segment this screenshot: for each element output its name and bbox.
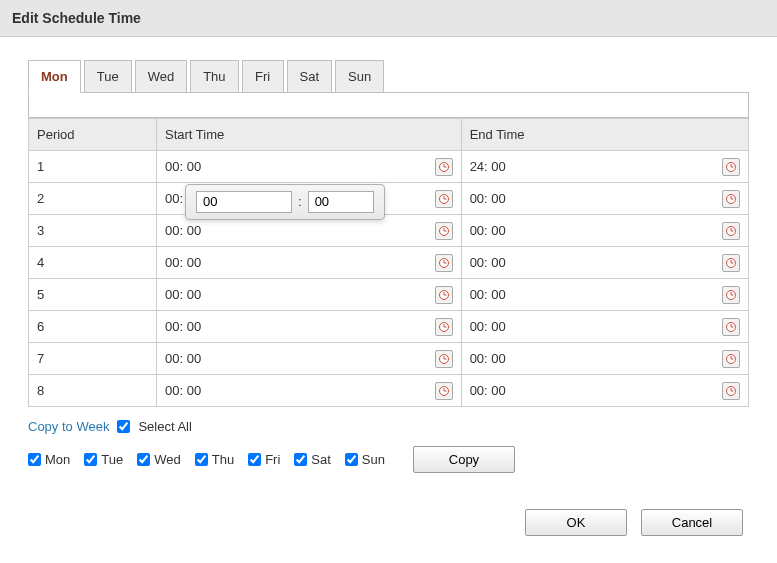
time-hour-input[interactable]	[196, 191, 292, 213]
day-checkbox-sat[interactable]: Sat	[294, 452, 331, 467]
table-row: 500: 0000: 00	[29, 279, 749, 311]
day-checkbox-label: Mon	[45, 452, 70, 467]
start-time-value: 00: 00	[165, 287, 201, 302]
end-time-cell: 00: 00	[461, 183, 748, 215]
day-checkbox-sun[interactable]: Sun	[345, 452, 385, 467]
day-checkbox-tue[interactable]: Tue	[84, 452, 123, 467]
end-time-cell: 00: 00	[461, 375, 748, 407]
end-time-value: 00: 00	[470, 383, 506, 398]
copy-button[interactable]: Copy	[413, 446, 515, 473]
table-header-row: Period Start Time End Time	[29, 119, 749, 151]
clock-icon[interactable]	[722, 382, 740, 400]
header-end-time: End Time	[461, 119, 748, 151]
day-checkbox-input[interactable]	[345, 453, 358, 466]
day-checkbox-input[interactable]	[28, 453, 41, 466]
period-cell: 1	[29, 151, 157, 183]
tab-mon[interactable]: Mon	[28, 60, 81, 93]
period-cell: 5	[29, 279, 157, 311]
start-time-cell: 00: 00:	[157, 183, 462, 215]
clock-icon[interactable]	[435, 286, 453, 304]
cancel-button[interactable]: Cancel	[641, 509, 743, 536]
dialog-title: Edit Schedule Time	[0, 0, 777, 37]
period-cell: 3	[29, 215, 157, 247]
ok-button[interactable]: OK	[525, 509, 627, 536]
day-checkbox-input[interactable]	[137, 453, 150, 466]
select-all-label: Select All	[138, 419, 191, 434]
day-checkbox-input[interactable]	[195, 453, 208, 466]
clock-icon[interactable]	[435, 190, 453, 208]
start-time-cell: 00: 00	[157, 247, 462, 279]
period-cell: 4	[29, 247, 157, 279]
end-time-cell: 00: 00	[461, 215, 748, 247]
table-row: 200: 00:00: 00	[29, 183, 749, 215]
day-checkbox-label: Fri	[265, 452, 280, 467]
day-checkbox-label: Tue	[101, 452, 123, 467]
day-checkbox-mon[interactable]: Mon	[28, 452, 70, 467]
copy-to-week-link[interactable]: Copy to Week	[28, 419, 109, 434]
clock-icon[interactable]	[722, 350, 740, 368]
end-time-value: 00: 00	[470, 191, 506, 206]
start-time-cell: 00: 00	[157, 343, 462, 375]
day-checkbox-row: MonTueWedThuFriSatSunCopy	[28, 446, 749, 473]
end-time-cell: 00: 00	[461, 343, 748, 375]
start-time-cell: 00: 00	[157, 279, 462, 311]
time-picker-popup: :	[185, 184, 385, 220]
day-checkbox-thu[interactable]: Thu	[195, 452, 234, 467]
header-period: Period	[29, 119, 157, 151]
dialog-body: MonTueWedThuFriSatSun Period Start Time …	[0, 37, 777, 546]
tab-sat[interactable]: Sat	[287, 60, 333, 93]
start-time-value: 00: 00	[165, 319, 201, 334]
select-all-checkbox[interactable]	[117, 420, 130, 433]
day-checkbox-fri[interactable]: Fri	[248, 452, 280, 467]
tab-fri[interactable]: Fri	[242, 60, 284, 93]
clock-icon[interactable]	[722, 286, 740, 304]
end-time-cell: 00: 00	[461, 311, 748, 343]
day-checkbox-label: Sun	[362, 452, 385, 467]
tab-wed[interactable]: Wed	[135, 60, 188, 93]
end-time-value: 00: 00	[470, 255, 506, 270]
clock-icon[interactable]	[435, 222, 453, 240]
start-time-value: 00: 00	[165, 159, 201, 174]
start-time-cell: 00: 00	[157, 151, 462, 183]
end-time-cell: 00: 00	[461, 247, 748, 279]
end-time-value: 24: 00	[470, 159, 506, 174]
period-cell: 6	[29, 311, 157, 343]
copy-to-week-row: Copy to Week Select All	[28, 419, 749, 434]
day-tabs: MonTueWedThuFriSatSun	[28, 59, 749, 92]
time-separator: :	[298, 194, 302, 209]
clock-icon[interactable]	[435, 158, 453, 176]
clock-icon[interactable]	[435, 318, 453, 336]
day-checkbox-wed[interactable]: Wed	[137, 452, 181, 467]
clock-icon[interactable]	[722, 254, 740, 272]
clock-icon[interactable]	[722, 190, 740, 208]
table-row: 600: 0000: 00	[29, 311, 749, 343]
end-time-value: 00: 00	[470, 223, 506, 238]
clock-icon[interactable]	[435, 350, 453, 368]
day-checkbox-input[interactable]	[294, 453, 307, 466]
period-cell: 8	[29, 375, 157, 407]
end-time-value: 00: 00	[470, 287, 506, 302]
clock-icon[interactable]	[435, 382, 453, 400]
day-checkbox-label: Sat	[311, 452, 331, 467]
day-checkbox-input[interactable]	[84, 453, 97, 466]
clock-icon[interactable]	[722, 222, 740, 240]
tab-sun[interactable]: Sun	[335, 60, 384, 93]
period-cell: 2	[29, 183, 157, 215]
tab-tue[interactable]: Tue	[84, 60, 132, 93]
table-row: 700: 0000: 00	[29, 343, 749, 375]
day-checkbox-input[interactable]	[248, 453, 261, 466]
clock-icon[interactable]	[722, 158, 740, 176]
time-minute-input[interactable]	[308, 191, 374, 213]
day-checkbox-label: Thu	[212, 452, 234, 467]
tab-thu[interactable]: Thu	[190, 60, 238, 93]
clock-icon[interactable]	[722, 318, 740, 336]
end-time-cell: 24: 00	[461, 151, 748, 183]
table-row: 300: 0000: 00	[29, 215, 749, 247]
start-time-cell: 00: 00	[157, 311, 462, 343]
start-time-cell: 00: 00	[157, 375, 462, 407]
clock-icon[interactable]	[435, 254, 453, 272]
start-time-value: 00: 00	[165, 223, 201, 238]
dialog-footer: OK Cancel	[28, 509, 749, 536]
table-row: 100: 0024: 00	[29, 151, 749, 183]
start-time-value: 00: 00	[165, 351, 201, 366]
